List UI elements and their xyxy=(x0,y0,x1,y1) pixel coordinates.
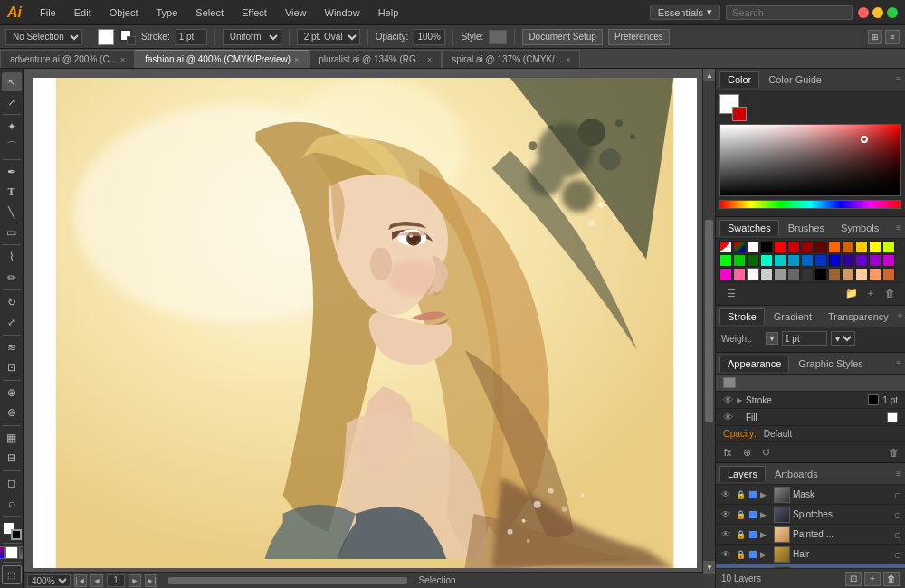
tab-fashion[interactable]: fashion.ai @ 400% (CMYK/Preview) × xyxy=(135,50,309,68)
search-input[interactable] xyxy=(726,5,853,20)
black-swatch[interactable] xyxy=(760,241,773,253)
swatch-darkorange[interactable] xyxy=(842,241,854,253)
hair-expand-arrow[interactable]: ▶ xyxy=(760,550,771,559)
symbol-sprayer-tool-button[interactable]: ⊛ xyxy=(2,403,22,422)
artboard-tool-button[interactable]: ⬚ xyxy=(2,565,22,584)
menu-view[interactable]: View xyxy=(281,5,310,20)
swatch-orange[interactable] xyxy=(828,241,841,253)
mask-target-circle[interactable]: ○ xyxy=(894,488,901,502)
layer-row-mask[interactable]: 👁 🔒 ▶ Mask ○ xyxy=(716,485,905,505)
scroll-up-arrow[interactable]: ▲ xyxy=(703,69,715,81)
swatch-brown[interactable] xyxy=(828,268,841,280)
stroke-unit-dropdown[interactable]: ▾ xyxy=(831,331,855,346)
swatch-gold[interactable] xyxy=(855,241,868,253)
swatch-lightpink[interactable] xyxy=(733,268,746,280)
splotches-lock-icon[interactable]: 🔒 xyxy=(735,510,746,519)
paintbrush-tool-button[interactable]: ⌇ xyxy=(2,248,22,267)
transparency-tab[interactable]: Transparency xyxy=(821,309,896,324)
add-effect-btn[interactable]: fx xyxy=(719,444,736,460)
fill-visibility-icon[interactable]: 👁 xyxy=(723,412,733,422)
painted-expand-arrow[interactable]: ▶ xyxy=(760,530,771,539)
brush-type-dropdown[interactable]: Uniform xyxy=(223,29,281,45)
swatch-green[interactable] xyxy=(719,254,732,267)
none-swatch[interactable] xyxy=(719,241,732,253)
registration-swatch[interactable] xyxy=(733,241,746,253)
menu-type[interactable]: Type xyxy=(153,5,182,20)
swatch-rust[interactable] xyxy=(882,268,895,280)
tab-close-adventure[interactable]: × xyxy=(120,55,125,64)
stroke-visibility-icon[interactable]: 👁 xyxy=(723,394,733,405)
swatch-salmon[interactable] xyxy=(869,268,881,280)
hair-target-circle[interactable]: ○ xyxy=(894,547,901,562)
artboards-tab[interactable]: Artboards xyxy=(767,467,825,481)
splotches-target-circle[interactable]: ○ xyxy=(894,507,901,522)
menu-file[interactable]: File xyxy=(36,5,60,20)
menu-effect[interactable]: Effect xyxy=(238,5,271,20)
appearance-tab[interactable]: Appearance xyxy=(719,356,789,372)
delete-appearance-btn[interactable]: 🗑 xyxy=(885,444,901,460)
menu-select[interactable]: Select xyxy=(192,5,227,20)
swatch-red[interactable] xyxy=(774,241,786,253)
last-page-button[interactable]: ►| xyxy=(145,574,157,587)
color-tab[interactable]: Color xyxy=(719,71,759,88)
tab-spiral[interactable]: spiral.ai @ 137% (CMYK/... × xyxy=(442,50,580,68)
magic-wand-tool-button[interactable]: ✦ xyxy=(2,118,22,137)
hair-lock-icon[interactable]: 🔒 xyxy=(735,550,746,559)
stroke-value-input[interactable] xyxy=(176,29,207,45)
swatch-purple[interactable] xyxy=(869,254,881,267)
stroke-inner-swatch[interactable] xyxy=(127,36,136,45)
swatch-forest[interactable] xyxy=(747,254,759,267)
weight-decrement-btn[interactable]: ▼ xyxy=(766,332,778,345)
first-page-button[interactable]: |◄ xyxy=(74,574,87,587)
appearance-panel-collapse[interactable]: ≡ xyxy=(896,358,901,368)
swatch-yellow[interactable] xyxy=(869,241,881,253)
new-art-basic-btn[interactable]: ⊕ xyxy=(738,444,755,460)
column-graph-tool-button[interactable]: ▦ xyxy=(2,429,22,448)
swatches-tab[interactable]: Swatches xyxy=(719,220,779,236)
layer-row-painted[interactable]: 👁 🔒 ▶ Painted ... ○ xyxy=(716,525,905,545)
prev-page-button[interactable]: ◄ xyxy=(90,574,103,587)
swatch-navy[interactable] xyxy=(828,254,841,267)
swatch-lightgray[interactable] xyxy=(760,268,773,280)
brushes-tab[interactable]: Brushes xyxy=(781,221,832,235)
color-gradient-picker[interactable] xyxy=(719,124,901,196)
swatch-lime[interactable] xyxy=(882,241,895,253)
rectangle-tool-button[interactable]: ▭ xyxy=(2,223,22,242)
next-page-button[interactable]: ► xyxy=(129,574,141,587)
stroke-tab[interactable]: Stroke xyxy=(719,308,765,325)
menu-window[interactable]: Window xyxy=(321,5,364,20)
painted-eye-icon[interactable]: 👁 xyxy=(719,529,732,539)
opacity-input[interactable] xyxy=(414,29,445,45)
tab-close-fashion[interactable]: × xyxy=(294,55,299,64)
color-mode-button[interactable] xyxy=(0,546,5,559)
eraser-tool-button[interactable]: ◻ xyxy=(2,474,22,493)
new-swatch-btn[interactable]: + xyxy=(862,285,879,301)
warp-tool-button[interactable]: ≋ xyxy=(2,338,22,357)
line-tool-button[interactable]: ╲ xyxy=(2,203,22,222)
artwork-canvas[interactable] xyxy=(33,78,697,568)
zoom-level-select[interactable]: 400% 200% 100% xyxy=(27,574,71,587)
menu-help[interactable]: Help xyxy=(375,5,403,20)
panel-toggle-button[interactable]: ⊞ xyxy=(868,30,882,44)
layer-row-splotches[interactable]: 👁 🔒 ▶ Splotches ○ xyxy=(716,505,905,525)
selection-tool-button[interactable]: ↖ xyxy=(2,72,22,91)
swatch-darkmaroon[interactable] xyxy=(814,241,827,253)
swatch-white[interactable] xyxy=(747,268,759,280)
page-number-input[interactable] xyxy=(107,574,125,587)
window-close-button[interactable] xyxy=(858,7,869,18)
white-swatch[interactable] xyxy=(747,241,759,253)
painted-lock-icon[interactable]: 🔒 xyxy=(735,530,746,539)
color-panel-collapse[interactable]: ≡ xyxy=(896,74,901,84)
scroll-thumb-vertical[interactable] xyxy=(705,220,713,422)
rotate-tool-button[interactable]: ↻ xyxy=(2,293,22,312)
splotches-expand-arrow[interactable]: ▶ xyxy=(760,510,771,519)
swatch-tan[interactable] xyxy=(842,268,854,280)
make-sublayer-btn[interactable]: ⊡ xyxy=(845,572,862,586)
swatch-darkgray[interactable] xyxy=(787,268,800,280)
swatch-indigo[interactable] xyxy=(842,254,854,267)
free-transform-tool-button[interactable]: ⊡ xyxy=(2,358,22,377)
stroke-expand-arrow[interactable]: ▶ xyxy=(737,396,742,404)
tab-close-spiral[interactable]: × xyxy=(566,55,570,64)
tab-pluralist[interactable]: pluralist.ai @ 134% (RG... × xyxy=(309,50,442,68)
window-minimize-button[interactable] xyxy=(872,7,883,18)
